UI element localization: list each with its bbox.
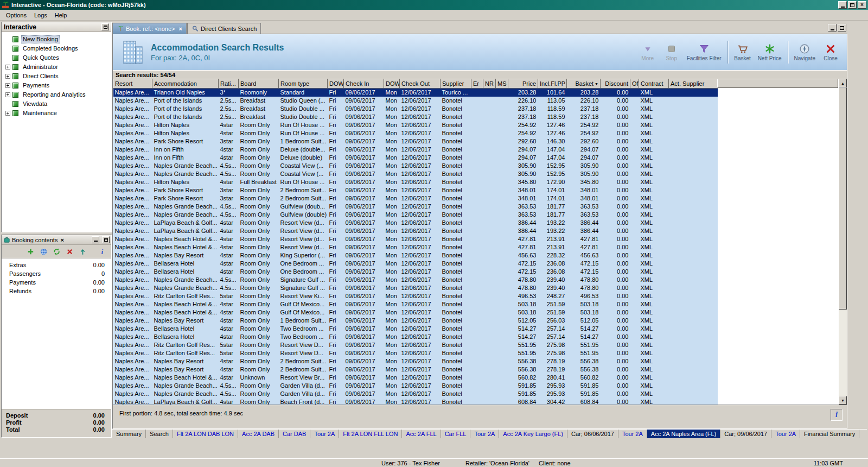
table-row[interactable]: Naples Are...Naples Grande Beach...4.5s.…	[113, 390, 718, 398]
nett-price-button[interactable]: Nett Price	[755, 42, 785, 62]
column-header-room-type[interactable]: Room type	[279, 79, 328, 89]
table-row[interactable]: Naples Are...Park Shore Resort3starRoom …	[113, 137, 718, 146]
table-row[interactable]: Naples Are...Naples Grande Beach...4.5s.…	[113, 284, 718, 292]
bottom-tab-car-09-06-2017[interactable]: Car; 09/06/2017	[720, 430, 771, 438]
table-row[interactable]: Naples Are...Inn on Fifth4starRoom OnlyD…	[113, 154, 718, 162]
column-header-contract[interactable]: Contract	[639, 79, 669, 89]
bottom-tab-search[interactable]: Search	[146, 430, 173, 438]
upload-icon[interactable]	[79, 248, 87, 256]
column-header-resort[interactable]: Resort	[113, 79, 152, 89]
table-row[interactable]: Naples Are...Hilton Naples4starRoom Only…	[113, 129, 718, 137]
table-row[interactable]: Naples Are...Naples Grande Beach...4.5s.…	[113, 162, 718, 170]
table-row[interactable]: Naples Are...LaPlaya Beach & Golf...4sta…	[113, 227, 718, 235]
table-row[interactable]: Naples Are...Bellasera Hotel4starRoom On…	[113, 268, 718, 276]
sidebar-item-maintenance[interactable]: Maintenance	[2, 109, 111, 118]
bottom-tab-financial-summary[interactable]: Financial Summary	[800, 430, 859, 438]
table-row[interactable]: Naples Are...Naples Bay Resort4starRoom …	[113, 365, 718, 374]
expander-icon[interactable]	[5, 111, 10, 116]
booking-item-refunds[interactable]: Refunds0.00	[2, 287, 111, 296]
close-button[interactable]: Close	[819, 42, 843, 62]
column-header-discount[interactable]: Discount	[601, 79, 630, 89]
bottom-tab-car-fll[interactable]: Car FLL	[441, 430, 471, 438]
table-row[interactable]: Naples Are...Naples Beach Hotel &...4sta…	[113, 300, 718, 308]
expander-icon[interactable]	[5, 74, 10, 79]
basket-button[interactable]: Basket	[731, 42, 755, 62]
bottom-tab-tour-2a[interactable]: Tour 2A	[771, 430, 800, 438]
table-row[interactable]: Naples Are...Port of the Islands2.5s...B…	[113, 113, 718, 121]
delete-icon[interactable]	[66, 248, 74, 256]
mdi-restore-icon[interactable]	[838, 24, 846, 31]
bottom-tab-tour-2a[interactable]: Tour 2A	[618, 430, 647, 438]
table-row[interactable]: Naples Are...Bellasera Hotel4starRoom On…	[113, 333, 718, 341]
table-row[interactable]: Naples Are...Trianon Old Naples3*Roomonl…	[113, 89, 718, 97]
vertical-scrollbar[interactable]: ▲ ▼	[838, 79, 847, 405]
bottom-tab-car-06-06-2017[interactable]: Car; 06/06/2017	[567, 430, 618, 438]
bottom-tab-car-dab[interactable]: Car DAB	[279, 430, 310, 438]
table-row[interactable]: Naples Are...Naples Grande Beach...4.5s.…	[113, 170, 718, 178]
table-row[interactable]: Naples Are...Park Shore Resort3starRoom …	[113, 186, 718, 194]
column-header-incl-fl-pp[interactable]: Incl.Fl.PP	[538, 79, 567, 89]
column-header-of[interactable]: Of	[630, 79, 639, 89]
column-header-check-out[interactable]: Check Out	[400, 79, 441, 89]
panel-collapse-button[interactable]	[101, 23, 109, 30]
minimize-icon[interactable]	[838, 1, 847, 9]
table-row[interactable]: Naples Are...Bellasera Hotel4starRoom On…	[113, 325, 718, 333]
scroll-track[interactable]	[839, 87, 847, 396]
table-row[interactable]: Naples Are...Ritz Carlton Golf Res...5st…	[113, 341, 718, 349]
scroll-down-icon[interactable]: ▼	[839, 396, 847, 405]
doc-tab-direct-clients-search[interactable]: Direct Clients Search	[187, 23, 261, 34]
bottom-tab-tour-2a[interactable]: Tour 2A	[310, 430, 339, 438]
stop-button[interactable]: Stop	[660, 42, 684, 62]
table-row[interactable]: Naples Are...Ritz Carlton Golf Res...5st…	[113, 349, 718, 357]
info-icon[interactable]: i	[98, 248, 106, 256]
sidebar-item-reporting-and-analytics[interactable]: Reporting and Analytics	[2, 90, 111, 99]
column-header-rati[interactable]: Rati...	[219, 79, 239, 89]
table-row[interactable]: Naples Are...Naples Grande Beach...4.5s.…	[113, 211, 718, 219]
bottom-tab-flt-2a-lon-fll-lon[interactable]: Flt 2A LON FLL LON	[339, 430, 402, 438]
expander-icon[interactable]	[5, 92, 10, 97]
expander-icon[interactable]	[5, 65, 10, 70]
table-row[interactable]: Naples Are...Port of the Islands2.5s...B…	[113, 97, 718, 105]
info-button[interactable]: i	[831, 409, 843, 421]
bottom-tab-summary[interactable]: Summary	[112, 430, 146, 438]
bottom-tab-acc-2a-dab[interactable]: Acc 2A DAB	[238, 430, 279, 438]
sidebar-item-viewdata[interactable]: Viewdata	[2, 99, 111, 109]
table-row[interactable]: Naples Are...Port of the Islands2.5s...B…	[113, 105, 718, 113]
menu-help[interactable]: Help	[51, 11, 71, 20]
expander-icon[interactable]	[5, 83, 10, 88]
navigate-button[interactable]: Navigate	[791, 42, 819, 62]
booking-item-extras[interactable]: Extras0.00	[2, 261, 111, 270]
booking-maximize-button[interactable]	[102, 236, 110, 243]
sidebar-item-completed-bookings[interactable]: Completed Bookings	[2, 44, 111, 53]
table-row[interactable]: Naples Are...Inn on Fifth4starRoom OnlyD…	[113, 146, 718, 154]
table-row[interactable]: Naples Are...Naples Grande Beach...4.5s.…	[113, 276, 718, 284]
column-header-nr[interactable]: NR	[483, 79, 496, 89]
column-header-board[interactable]: Board	[239, 79, 279, 89]
bottom-tab-acc-2a-naples-area-fl[interactable]: Acc 2A Naples Area (FL)	[647, 430, 720, 438]
column-header-dow[interactable]: DOW	[384, 79, 400, 89]
column-header-er[interactable]: Er	[471, 79, 483, 89]
bottom-tab-acc-2a-key-largo-fl[interactable]: Acc 2A Key Largo (FL)	[499, 430, 567, 438]
tab-close-icon[interactable]: ×	[179, 26, 182, 32]
table-row[interactable]: Naples Are...Naples Beach Hotel &...4sta…	[113, 374, 718, 382]
mdi-minimize-icon[interactable]	[828, 24, 837, 31]
menu-options[interactable]: Options	[2, 11, 30, 20]
bottom-tab-flt-2a-lon-dab-lon[interactable]: Flt 2A LON DAB LON	[173, 430, 238, 438]
table-row[interactable]: Naples Are...Hilton Naples4starRoom Only…	[113, 121, 718, 129]
doc-tab-book-ref-none[interactable]: Book. ref.: <none>×	[112, 23, 187, 34]
table-row[interactable]: Naples Are...Naples Beach Hotel &...4sta…	[113, 243, 718, 251]
booking-minimize-button[interactable]	[92, 236, 99, 243]
sidebar-item-payments[interactable]: Payments	[2, 81, 111, 90]
table-row[interactable]: Naples Are...Ritz Carlton Golf Res...5st…	[113, 292, 718, 300]
booking-item-passengers[interactable]: Passengers0	[2, 270, 111, 279]
booking-contents-close-icon[interactable]: ×	[59, 237, 65, 243]
maximize-icon[interactable]	[848, 1, 857, 9]
column-header-ms[interactable]: MS	[496, 79, 508, 89]
table-row[interactable]: Naples Are...Naples Beach Hotel &...4sta…	[113, 235, 718, 243]
column-header-act-supplier[interactable]: Act. Supplier	[669, 79, 718, 89]
table-row[interactable]: Naples Are...Naples Grande Beach...4.5s.…	[113, 382, 718, 390]
scroll-thumb[interactable]	[839, 87, 847, 310]
table-row[interactable]: Naples Are...Naples Bay Resort4starRoom …	[113, 317, 718, 325]
refresh-icon[interactable]	[53, 248, 61, 256]
column-header-price[interactable]: Price	[508, 79, 538, 89]
